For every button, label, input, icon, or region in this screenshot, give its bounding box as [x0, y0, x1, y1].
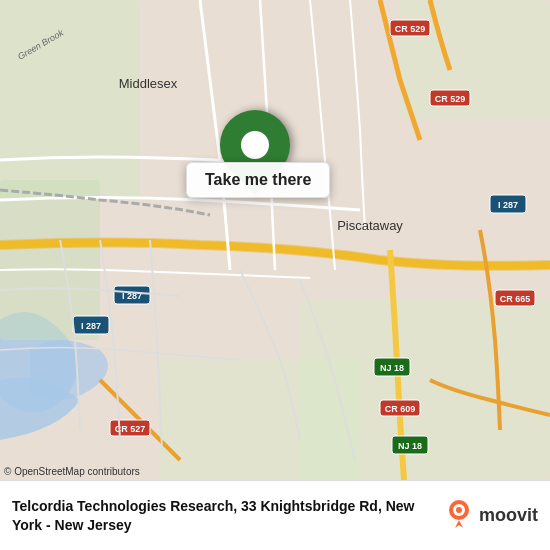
svg-text:Middlesex: Middlesex: [119, 76, 178, 91]
svg-text:I 287: I 287: [498, 200, 518, 210]
svg-text:I 287: I 287: [81, 321, 101, 331]
info-title: Telcordia Technologies Research, 33 Knig…: [12, 497, 431, 533]
svg-text:NJ 18: NJ 18: [380, 363, 404, 373]
svg-rect-1: [0, 0, 140, 200]
svg-text:CR 665: CR 665: [500, 294, 531, 304]
moovit-text: moovit: [479, 505, 538, 526]
info-text: Telcordia Technologies Research, 33 Knig…: [12, 497, 431, 533]
svg-text:Piscataway: Piscataway: [337, 218, 403, 233]
svg-rect-4: [160, 360, 360, 480]
info-bar: Telcordia Technologies Research, 33 Knig…: [0, 480, 550, 550]
take-me-there-button[interactable]: Take me there: [186, 162, 330, 198]
map-container: I 287 I 287 I 287 NJ 18 NJ 18 CR 529 CR …: [0, 0, 550, 480]
svg-text:NJ 18: NJ 18: [398, 441, 422, 451]
svg-text:CR 609: CR 609: [385, 404, 416, 414]
moovit-logo: moovit: [441, 498, 538, 534]
svg-text:CR 529: CR 529: [435, 94, 466, 104]
callout-label: Take me there: [205, 171, 311, 188]
osm-attribution: © OpenStreetMap contributors: [4, 466, 140, 477]
svg-rect-5: [400, 0, 550, 120]
moovit-icon: [441, 498, 477, 534]
svg-text:CR 529: CR 529: [395, 24, 426, 34]
svg-point-31: [456, 507, 462, 513]
